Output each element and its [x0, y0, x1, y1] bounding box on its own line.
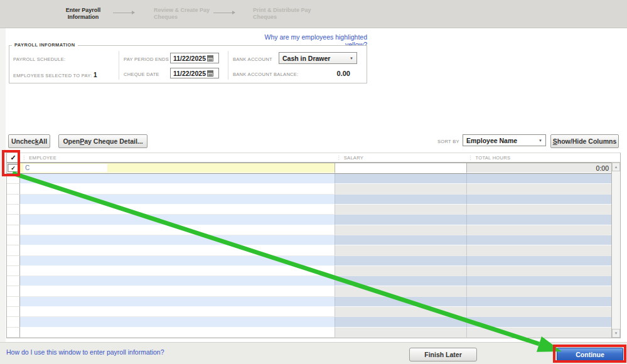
row-cell[interactable]	[466, 184, 611, 194]
row-cell[interactable]	[466, 307, 611, 317]
table-row[interactable]	[7, 184, 611, 194]
row-checkbox-cell[interactable]	[7, 225, 20, 235]
row-cell[interactable]	[20, 256, 335, 266]
uncheck-all-button[interactable]: Uncheck All	[8, 134, 50, 148]
select-all-checkbox[interactable]: ✓	[7, 153, 20, 162]
scrollbar-track[interactable]	[612, 171, 620, 329]
row-checkbox-cell[interactable]	[7, 235, 20, 245]
table-row[interactable]	[7, 307, 611, 317]
table-row[interactable]	[7, 317, 611, 327]
row-cell[interactable]	[20, 174, 335, 184]
table-row[interactable]	[7, 215, 611, 225]
row-cell[interactable]	[335, 195, 466, 205]
vertical-scrollbar[interactable]: ▲ ▼	[611, 163, 620, 338]
row-cell[interactable]	[20, 195, 335, 205]
row-checkbox-cell[interactable]	[7, 215, 20, 225]
row-cell[interactable]	[335, 276, 466, 286]
row-checkbox-cell[interactable]	[7, 286, 20, 296]
row-cell[interactable]	[20, 245, 335, 255]
show-hide-columns-button[interactable]: Show/Hide Columns	[550, 134, 619, 148]
row-cell[interactable]	[466, 195, 611, 205]
row-cell[interactable]	[335, 235, 466, 245]
drag-handle-icon[interactable]: ⋮	[468, 155, 473, 161]
pay-period-field[interactable]	[170, 53, 219, 63]
row-cell[interactable]	[335, 328, 466, 338]
row-cell[interactable]	[466, 297, 611, 307]
row-cell[interactable]	[20, 328, 335, 338]
row-cell[interactable]	[466, 174, 611, 184]
drag-handle-icon[interactable]: ⋮	[336, 155, 341, 161]
table-row[interactable]	[7, 276, 611, 286]
total-hours-cell[interactable]: 0:00	[466, 163, 611, 173]
row-checkbox-cell[interactable]	[7, 195, 20, 205]
table-row[interactable]	[7, 245, 611, 255]
row-cell[interactable]	[335, 256, 466, 266]
row-cell[interactable]	[466, 225, 611, 235]
row-cell[interactable]	[20, 297, 335, 307]
table-row[interactable]	[7, 195, 611, 205]
finish-later-button[interactable]: Finish Later	[409, 348, 477, 361]
table-row[interactable]	[7, 205, 611, 215]
table-row[interactable]	[7, 235, 611, 245]
row-checkbox-cell[interactable]	[7, 184, 20, 194]
row-cell[interactable]	[335, 286, 466, 296]
employee-name-input[interactable]	[23, 164, 107, 172]
selected-employee-row[interactable]: ✓ 0:00	[7, 163, 611, 174]
employee-name-cell[interactable]	[20, 163, 335, 173]
row-cell[interactable]	[335, 297, 466, 307]
row-checkbox-cell[interactable]	[7, 256, 20, 266]
row-cell[interactable]	[466, 266, 611, 276]
table-row[interactable]	[7, 286, 611, 296]
salary-cell[interactable]	[335, 163, 466, 173]
row-checkbox[interactable]: ✓	[8, 164, 18, 172]
row-cell[interactable]	[335, 215, 466, 225]
calendar-icon[interactable]	[207, 55, 213, 62]
table-row[interactable]	[7, 266, 611, 276]
row-cell[interactable]	[20, 307, 335, 317]
row-cell[interactable]	[466, 215, 611, 225]
table-row[interactable]	[7, 256, 611, 266]
scroll-down-button[interactable]: ▼	[612, 329, 620, 338]
drag-handle-icon[interactable]: ⋮	[21, 155, 26, 161]
row-cell[interactable]	[335, 317, 466, 327]
row-cell[interactable]	[20, 205, 335, 215]
table-row[interactable]	[7, 174, 611, 184]
row-cell[interactable]	[20, 184, 335, 194]
row-checkbox-cell[interactable]	[7, 307, 20, 317]
row-checkbox-cell[interactable]	[7, 317, 20, 327]
row-cell[interactable]	[466, 276, 611, 286]
row-checkbox-cell[interactable]	[7, 245, 20, 255]
open-pay-cheque-detail-button[interactable]: Open Pay Cheque Detail...	[58, 134, 147, 148]
calendar-icon[interactable]	[207, 70, 213, 77]
window-help-link[interactable]: How do I use this window to enter payrol…	[6, 348, 164, 356]
bank-account-dropdown[interactable]: Cash in Drawer ▼	[279, 52, 357, 64]
row-checkbox-cell[interactable]	[7, 266, 20, 276]
row-checkbox-cell[interactable]	[7, 276, 20, 286]
table-row[interactable]	[7, 328, 611, 338]
row-cell[interactable]	[466, 235, 611, 245]
row-cell[interactable]	[335, 225, 466, 235]
row-checkbox-cell[interactable]	[7, 328, 20, 338]
row-cell[interactable]	[20, 215, 335, 225]
table-row[interactable]	[7, 225, 611, 235]
row-cell[interactable]	[20, 276, 335, 286]
row-checkbox-cell[interactable]	[7, 174, 20, 184]
row-checkbox-cell[interactable]: ✓	[7, 163, 20, 173]
row-cell[interactable]	[20, 286, 335, 296]
pay-period-input[interactable]	[171, 55, 206, 62]
scroll-up-button[interactable]: ▲	[612, 163, 620, 171]
row-cell[interactable]	[466, 317, 611, 327]
row-cell[interactable]	[335, 245, 466, 255]
row-cell[interactable]	[335, 174, 466, 184]
row-checkbox-cell[interactable]	[7, 297, 20, 307]
row-cell[interactable]	[20, 266, 335, 276]
row-cell[interactable]	[20, 235, 335, 245]
continue-button[interactable]: Continue	[557, 348, 623, 361]
row-cell[interactable]	[466, 205, 611, 215]
row-cell[interactable]	[335, 307, 466, 317]
row-cell[interactable]	[466, 256, 611, 266]
row-cell[interactable]	[335, 205, 466, 215]
sort-by-dropdown[interactable]: Employee Name ▼	[463, 134, 546, 146]
table-row[interactable]	[7, 297, 611, 307]
row-cell[interactable]	[335, 184, 466, 194]
